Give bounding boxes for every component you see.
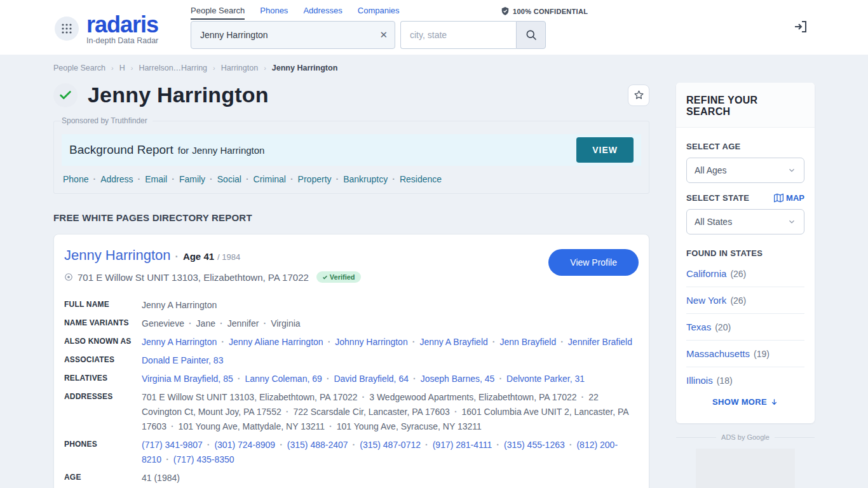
logo-group: radaris In-depth Data Radar	[55, 15, 158, 45]
breadcrumb-people-search[interactable]: People Search	[53, 64, 105, 72]
dot-separator: ·	[329, 421, 332, 431]
tab-companies[interactable]: Companies	[358, 6, 400, 20]
name-variant: Jane	[196, 318, 215, 329]
report-category-link[interactable]: Family	[179, 174, 205, 184]
dot-separator: ·	[392, 174, 395, 184]
alias-link[interactable]: Jenny A Harrington	[142, 337, 217, 347]
phone-link[interactable]: (917) 281-4111	[433, 440, 492, 450]
dot-separator: ·	[238, 374, 241, 384]
phone-link[interactable]: (717) 341-9807	[142, 440, 203, 450]
map-link[interactable]: MAP	[774, 193, 804, 203]
dot-separator: ·	[210, 174, 213, 184]
detail-label: ADDRESSES	[64, 390, 142, 434]
state-row: Illinois(18)	[686, 367, 804, 393]
sponsored-panel: Sponsored by Truthfinder Background Repo…	[53, 116, 649, 194]
favorite-star-button[interactable]	[628, 85, 649, 106]
apps-grid-icon[interactable]	[55, 17, 79, 41]
alias-link[interactable]: Jenny Aliane Harrington	[229, 337, 323, 347]
person-name-link[interactable]: Jenny Harrington	[64, 247, 171, 264]
detail-label: NAME VARIANTS	[64, 316, 142, 331]
alias-link[interactable]: Jennifer Brafield	[568, 337, 632, 347]
alias-link[interactable]: Jenny A Brayfield	[419, 337, 487, 347]
sponsored-label: Sponsored by Truthfinder	[62, 116, 153, 125]
report-category-links: Phone·Address·Email·Family·Social·Crimin…	[62, 174, 641, 184]
alias-link[interactable]: Johnny Harrington	[335, 337, 407, 347]
report-category-link[interactable]: Address	[100, 174, 133, 184]
relative-link[interactable]: Virginia M Brayfield, 85	[142, 374, 233, 384]
ad-placeholder	[696, 449, 795, 488]
name-search-input[interactable]	[191, 21, 395, 49]
associate-link[interactable]: Donald E Painter, 83	[142, 355, 223, 365]
dot-separator: ·	[263, 318, 266, 329]
state-count: (26)	[730, 269, 746, 279]
state-link[interactable]: New York	[686, 295, 726, 306]
breadcrumb-letter[interactable]: H	[119, 64, 125, 72]
full-name-value: Jenny A Harrington	[142, 300, 217, 310]
show-more-button[interactable]: SHOW MORE	[686, 393, 804, 414]
state-link[interactable]: Illinois	[686, 375, 713, 386]
verified-badge: Verified	[316, 271, 361, 283]
report-category-link[interactable]: Criminal	[254, 174, 286, 184]
detail-label: RELATIVES	[64, 372, 142, 386]
alias-link[interactable]: Jenn Brayfield	[499, 337, 556, 347]
state-count: (26)	[730, 295, 746, 306]
view-button[interactable]: VIEW	[576, 137, 634, 163]
dot-separator: ·	[499, 374, 502, 384]
check-icon	[58, 88, 72, 102]
phone-link[interactable]: (315) 487-0712	[360, 440, 421, 450]
ads-by-google-label: ADS by Google	[676, 433, 815, 441]
age-select[interactable]: All Ages	[686, 158, 804, 183]
location-search-input[interactable]	[400, 21, 516, 49]
location-pin-icon	[64, 273, 73, 281]
dot-separator: ·	[327, 374, 330, 384]
phone-link[interactable]: (301) 724-8909	[214, 440, 275, 450]
phone-link[interactable]: (717) 435-8350	[173, 454, 234, 464]
state-link[interactable]: Texas	[686, 322, 711, 332]
detail-row-name-variants: NAME VARIANTS Genevieve·Jane·Jennifer·Vi…	[64, 316, 639, 331]
view-profile-button[interactable]: View Profile	[548, 249, 639, 276]
clear-search-icon[interactable]: ✕	[379, 29, 388, 41]
tab-people-search[interactable]: People Search	[191, 6, 245, 20]
dot-separator: ·	[569, 440, 573, 450]
search-button[interactable]	[516, 21, 546, 49]
relative-link[interactable]: Lanny Coleman, 69	[245, 374, 322, 384]
found-in-states-label: FOUND IN STATES	[686, 248, 763, 258]
state-select[interactable]: All States	[686, 209, 804, 234]
report-category-link[interactable]: Email	[145, 174, 167, 184]
select-state-label: SELECT STATE	[686, 193, 749, 203]
section-heading: FREE WHITE PAGES DIRECTORY REPORT	[53, 212, 649, 223]
grid-dots-icon	[61, 23, 72, 34]
detail-row-age: AGE 41 (1984)	[64, 471, 639, 485]
phone-link[interactable]: (315) 455-1263	[504, 440, 565, 450]
banner-title: Background Report	[69, 143, 173, 157]
breadcrumb-surname[interactable]: Harrington	[221, 64, 258, 72]
dot-separator: ·	[172, 174, 175, 184]
state-link[interactable]: Massachusetts	[686, 348, 750, 359]
relative-link[interactable]: Delvonte Parker, 31	[506, 374, 585, 384]
dot-separator: ·	[280, 440, 283, 450]
background-report-banner: Background Report for Jenny Harrington V…	[62, 134, 641, 166]
state-link[interactable]: California	[686, 268, 726, 279]
phone-link[interactable]: (315) 488-2407	[287, 440, 348, 450]
logo-text[interactable]: radaris	[86, 15, 158, 34]
dot-separator: ·	[581, 392, 585, 402]
report-category-link[interactable]: Property	[298, 174, 332, 184]
verified-check-icon	[322, 274, 328, 280]
report-category-link[interactable]: Residence	[400, 174, 442, 184]
dot-separator: ·	[175, 251, 179, 262]
relative-link[interactable]: Joseph Barnes, 45	[421, 374, 495, 384]
dot-separator: ·	[412, 337, 416, 347]
tab-phones[interactable]: Phones	[260, 6, 288, 20]
verified-check-circle	[53, 83, 78, 107]
tab-addresses[interactable]: Addresses	[303, 6, 342, 20]
report-category-link[interactable]: Phone	[63, 174, 88, 184]
sign-in-button[interactable]	[793, 19, 808, 37]
chevron-down-icon	[787, 166, 796, 175]
relative-link[interactable]: David Brayfield, 64	[334, 374, 409, 384]
address-item: 722 Scarsdale Cir, Lancaster, PA 17603	[293, 407, 449, 417]
breadcrumb-range[interactable]: Harrelson…Harring	[139, 64, 207, 72]
refine-search-title: REFINE YOUR SEARCH	[686, 95, 804, 118]
report-category-link[interactable]: Bankruptcy	[343, 174, 388, 184]
report-category-link[interactable]: Social	[217, 174, 241, 184]
sign-in-icon	[793, 19, 808, 34]
